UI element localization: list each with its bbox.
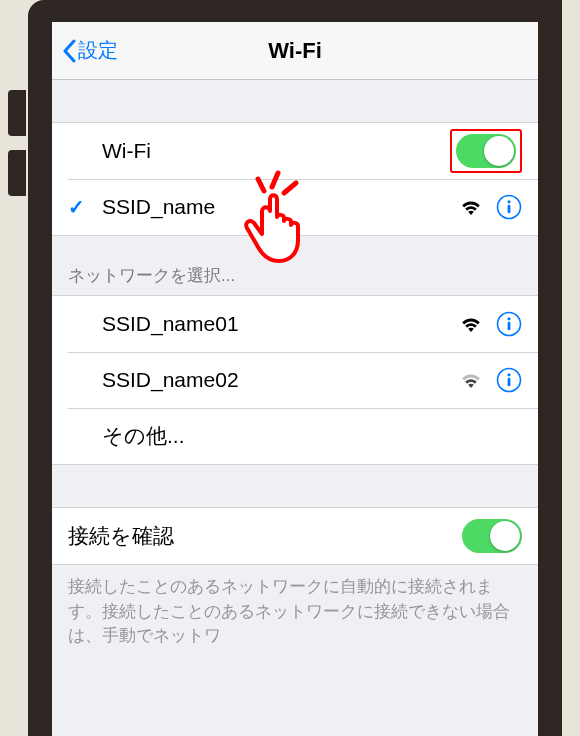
svg-rect-2: [508, 205, 511, 214]
phone-frame: 設定 Wi-Fi Wi-Fi ✓: [28, 0, 562, 736]
chevron-left-icon: [62, 39, 76, 63]
wifi-group: Wi-Fi ✓ SSID_name: [52, 122, 538, 236]
other-network-row[interactable]: その他...: [52, 408, 538, 464]
connected-ssid: SSID_name: [102, 195, 460, 219]
svg-point-1: [507, 200, 510, 203]
toggle-knob: [484, 136, 514, 166]
info-icon[interactable]: [496, 194, 522, 220]
checkmark-icon: ✓: [68, 195, 85, 219]
wifi-toggle-label: Wi-Fi: [102, 139, 450, 163]
page-title: Wi-Fi: [52, 38, 538, 64]
svg-line-4: [258, 179, 264, 191]
wifi-signal-icon: [460, 198, 482, 216]
toggle-knob: [490, 521, 520, 551]
svg-rect-11: [508, 378, 511, 387]
choose-network-header: ネットワークを選択...: [52, 236, 538, 295]
wifi-toggle[interactable]: [456, 134, 516, 168]
info-icon[interactable]: [496, 367, 522, 393]
network-ssid: SSID_name02: [102, 368, 460, 392]
svg-rect-8: [508, 322, 511, 331]
info-icon[interactable]: [496, 311, 522, 337]
networks-group: SSID_name01 SSID_name02: [52, 295, 538, 465]
wifi-toggle-row: Wi-Fi: [52, 123, 538, 179]
other-label: その他...: [102, 422, 522, 450]
connected-network-row[interactable]: ✓ SSID_name: [52, 179, 538, 235]
ask-join-toggle[interactable]: [462, 519, 522, 553]
wifi-signal-icon: [460, 315, 482, 333]
volume-up-button: [8, 90, 26, 136]
footer-description: 接続したことのあるネットワークに自動的に接続されます。接続したことのあるネットワ…: [52, 565, 538, 659]
network-row[interactable]: SSID_name01: [52, 296, 538, 352]
back-button[interactable]: 設定: [62, 37, 118, 64]
network-ssid: SSID_name01: [102, 312, 460, 336]
volume-down-button: [8, 150, 26, 196]
content: Wi-Fi ✓ SSID_name: [52, 80, 538, 736]
back-label: 設定: [78, 37, 118, 64]
svg-point-7: [507, 317, 510, 320]
ask-join-group: 接続を確認: [52, 507, 538, 565]
ask-join-row: 接続を確認: [52, 508, 538, 564]
network-row[interactable]: SSID_name02: [52, 352, 538, 408]
highlight-box: [450, 129, 522, 173]
svg-point-10: [507, 373, 510, 376]
svg-line-5: [284, 183, 296, 193]
screen: 設定 Wi-Fi Wi-Fi ✓: [52, 22, 538, 736]
ask-join-label: 接続を確認: [68, 522, 462, 550]
navbar: 設定 Wi-Fi: [52, 22, 538, 80]
wifi-signal-icon: [460, 371, 482, 389]
